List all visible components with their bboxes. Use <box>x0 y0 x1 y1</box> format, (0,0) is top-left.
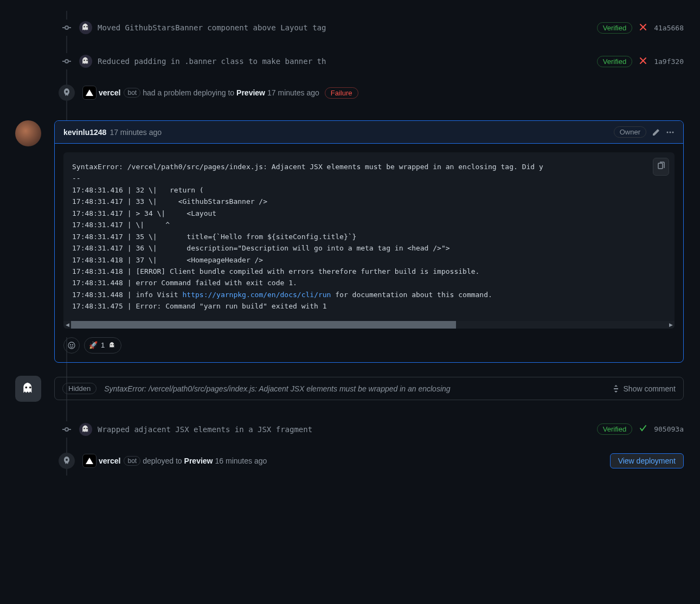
commit-message[interactable]: Wrapped adjacent JSX elements in a JSX f… <box>98 425 592 434</box>
rocket-icon <box>59 453 75 469</box>
svg-point-5 <box>86 60 88 61</box>
bot-avatar[interactable] <box>15 376 41 402</box>
commit-row: Reduced padding in .banner class to make… <box>59 44 684 78</box>
svg-point-6 <box>667 131 669 133</box>
status-fail-icon[interactable] <box>639 23 647 33</box>
deployment-event: vercel bot deployed to Preview 16 minute… <box>59 446 684 476</box>
reactor-avatar <box>108 341 117 350</box>
edit-icon[interactable] <box>652 128 660 137</box>
comment-header: kevinlu1248 17 minutes ago Owner <box>55 121 683 144</box>
svg-point-18 <box>84 428 85 429</box>
code-block: SyntaxError: /vercel/path0/src/pages/ind… <box>63 152 675 329</box>
add-reaction-icon[interactable] <box>63 337 80 354</box>
svg-point-16 <box>29 386 31 388</box>
commit-row: Moved GithubStarsBanner component above … <box>59 11 684 44</box>
svg-point-8 <box>672 131 674 133</box>
reaction-count: 1 <box>101 341 105 349</box>
commit-hash[interactable]: 1a9f320 <box>654 57 684 66</box>
rocket-icon <box>59 85 75 101</box>
bot-tag: bot <box>124 456 140 466</box>
svg-point-1 <box>84 26 85 28</box>
code-text: SyntaxError: /vercel/path0/src/pages/ind… <box>72 163 543 299</box>
hidden-comment: Hidden SyntaxError: /vercel/path0/src/pa… <box>15 376 684 402</box>
failure-badge: Failure <box>325 87 358 99</box>
horizontal-scrollbar[interactable]: ◀ ▶ <box>63 321 675 329</box>
commit-dot-icon <box>59 20 75 36</box>
event-text: deployed to <box>143 457 182 465</box>
verified-badge[interactable]: Verified <box>597 56 632 67</box>
comment: kevinlu1248 17 minutes ago Owner SyntaxE… <box>15 120 684 363</box>
comment-author-avatar[interactable] <box>15 120 41 146</box>
author-avatar[interactable] <box>79 423 92 436</box>
deploy-target: Preview <box>184 457 213 465</box>
event-time[interactable]: 16 minutes ago <box>215 457 267 465</box>
vercel-logo[interactable] <box>82 86 97 100</box>
status-pass-icon[interactable] <box>639 424 647 434</box>
commit-message[interactable]: Reduced padding in .banner class to make… <box>98 57 592 66</box>
code-link[interactable]: https://yarnpkg.com/en/docs/cli/run <box>183 291 331 299</box>
bot-tag: bot <box>124 88 140 98</box>
commit-dot-icon <box>59 53 75 69</box>
copy-icon[interactable] <box>653 158 669 176</box>
comment-author[interactable]: kevinlu1248 <box>63 128 106 137</box>
commit-hash[interactable]: 41a5668 <box>654 24 684 32</box>
author-avatar[interactable] <box>79 55 92 68</box>
actor-name[interactable]: vercel <box>99 457 120 465</box>
svg-point-17 <box>65 428 68 431</box>
svg-point-12 <box>72 344 73 345</box>
svg-point-19 <box>86 428 88 429</box>
hidden-preview: SyntaxError: /vercel/path0/src/pages/ind… <box>104 384 603 393</box>
svg-rect-9 <box>658 163 663 169</box>
show-comment-button[interactable]: Show comment <box>612 384 676 393</box>
event-text: had a problem deploying to <box>143 88 234 97</box>
author-avatar[interactable] <box>79 21 92 34</box>
kebab-icon[interactable] <box>666 128 675 137</box>
view-deployment-button[interactable]: View deployment <box>610 453 684 468</box>
svg-point-10 <box>68 342 75 349</box>
svg-point-14 <box>113 344 114 345</box>
reaction-rocket[interactable]: 🚀 1 <box>84 337 121 354</box>
verified-badge[interactable]: Verified <box>597 423 632 435</box>
svg-point-15 <box>25 386 27 388</box>
event-time[interactable]: 17 minutes ago <box>267 88 319 97</box>
hidden-badge: Hidden <box>62 383 97 394</box>
svg-point-0 <box>65 26 68 29</box>
svg-point-4 <box>84 60 85 61</box>
owner-badge: Owner <box>614 126 646 138</box>
actor-name[interactable]: vercel <box>99 88 120 97</box>
unfold-icon <box>612 384 620 393</box>
commit-row: Wrapped adjacent JSX elements in a JSX f… <box>59 413 684 446</box>
svg-point-11 <box>70 344 70 345</box>
deploy-target: Preview <box>236 88 265 97</box>
commit-dot-icon <box>59 421 75 438</box>
commit-message[interactable]: Moved GithubStarsBanner component above … <box>98 23 592 32</box>
deployment-event: vercel bot had a problem deploying to Pr… <box>59 78 684 107</box>
rocket-emoji-icon: 🚀 <box>89 341 98 349</box>
svg-point-13 <box>111 344 112 345</box>
svg-point-7 <box>670 131 671 133</box>
comment-time[interactable]: 17 minutes ago <box>110 128 162 137</box>
vercel-logo[interactable] <box>82 454 97 468</box>
commit-hash[interactable]: 905093a <box>654 425 684 433</box>
svg-point-2 <box>86 26 88 28</box>
verified-badge[interactable]: Verified <box>597 22 632 34</box>
svg-point-3 <box>65 60 68 63</box>
status-fail-icon[interactable] <box>639 56 647 67</box>
